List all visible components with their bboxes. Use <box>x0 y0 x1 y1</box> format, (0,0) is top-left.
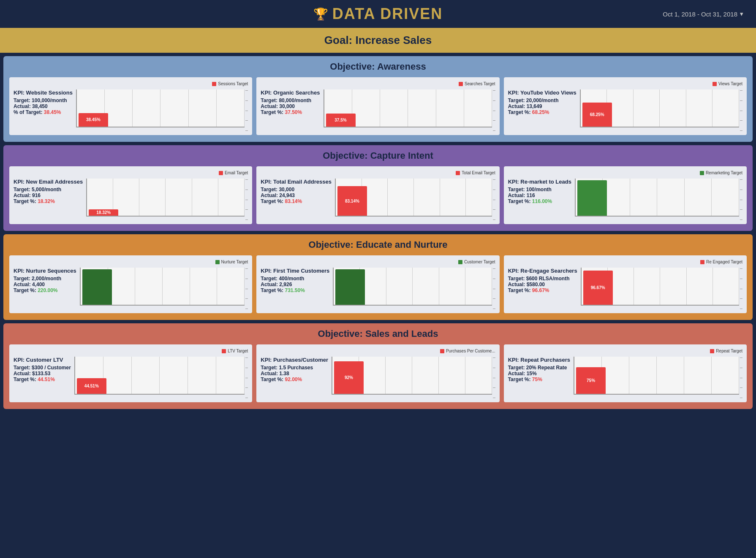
kpi-target: Target: 20,000/month <box>508 98 577 103</box>
kpi-info: KPI: Customer LTVTarget: $300 / Customer… <box>14 357 71 399</box>
goal-text: Goal: Increase Sales <box>324 34 432 46</box>
tick-line <box>740 219 742 220</box>
bar-label: 18.32% <box>96 210 111 215</box>
bar-chart: 68.25% <box>580 89 739 127</box>
legend-label: Searches Target <box>465 81 495 86</box>
legend-label: Purchases Per Custome... <box>446 349 495 353</box>
legend-dot <box>710 349 714 353</box>
tick-line <box>740 387 742 388</box>
bar: 68.25% <box>582 103 612 127</box>
objective-title-awareness: Objective: Awareness <box>9 61 747 72</box>
kpi-info: KPI: Website SessionsTarget: 100,000/mon… <box>14 89 73 132</box>
kpi-target: Target: 400/month <box>261 276 329 282</box>
bar-label: 83.14% <box>345 199 359 203</box>
bar-chart <box>80 268 245 306</box>
objective-section-capture: Objective: Capture IntentEmail TargetKPI… <box>3 145 753 231</box>
tick-line <box>245 387 248 388</box>
kpi-card-inner: KPI: YouTube Video ViewsTarget: 20,000/m… <box>508 89 742 132</box>
bar: 44.51% <box>77 378 106 394</box>
kpi-info: KPI: Repeat PurchasersTarget: 20% Repeat… <box>508 357 570 399</box>
kpi-actual: Actual: 13,649 <box>508 103 577 109</box>
chart-ticks <box>493 89 495 132</box>
goal-banner: Goal: Increase Sales <box>0 28 756 53</box>
kpi-title: KPI: Re-market to Leads <box>508 179 571 185</box>
kpi-target: Target: 20% Repeat Rate <box>508 365 570 371</box>
chart-container <box>575 179 742 221</box>
bar-label: 96.67% <box>591 285 605 290</box>
kpi-actual: Actual: 24,943 <box>261 192 332 198</box>
kpi-card-inner: KPI: New Email AddressesTarget: 5,000/mo… <box>14 179 248 221</box>
bar-label: 44.51% <box>84 384 99 388</box>
kpi-info: KPI: Nurture SequencesTarget: 2,000/mont… <box>14 268 76 310</box>
kpi-percent: Target %: 68.25% <box>508 109 577 115</box>
objective-section-awareness: Objective: AwarenessSessions TargetKPI: … <box>3 56 753 142</box>
chart-container: 92% <box>332 357 495 399</box>
chart-container: 38.45% <box>76 89 248 132</box>
pct-value: 731.50% <box>285 287 305 293</box>
date-range[interactable]: Oct 1, 2018 - Oct 31, 2018 ▾ <box>663 10 743 18</box>
legend-label: Re Engaged Target <box>706 260 742 264</box>
chart-legend: Remarketing Target <box>508 171 742 175</box>
kpi-card-sales-0: LTV TargetKPI: Customer LTVTarget: $300 … <box>9 344 252 402</box>
kpi-info: KPI: Organic SearchesTarget: 80,000/mont… <box>261 89 320 132</box>
kpi-title: KPI: Nurture Sequences <box>14 268 76 274</box>
kpi-card-inner: KPI: Repeat PurchasersTarget: 20% Repeat… <box>508 357 742 399</box>
logo: 🏆 DATA DRIVEN <box>313 5 443 23</box>
chart-wrapper: 44.51% <box>74 357 248 399</box>
chart-container: 44.51% <box>74 357 248 399</box>
legend-label: Email Target <box>225 171 248 175</box>
bar: 38.45% <box>79 113 108 127</box>
legend-label: LTV Target <box>228 349 248 353</box>
legend-dot <box>459 82 463 86</box>
bar: 18.32% <box>89 209 118 216</box>
objective-title-sales: Objective: Sales and Leads <box>9 328 747 339</box>
kpi-percent: Target %: 116.00% <box>508 198 571 204</box>
tick-line <box>245 111 248 111</box>
tick-line <box>493 358 495 358</box>
tick-line <box>245 179 248 180</box>
tick-line <box>245 100 248 101</box>
bar-chart: 37.5% <box>324 89 492 127</box>
chart-ticks <box>493 357 495 399</box>
chart-ticks <box>245 89 248 132</box>
tick-line <box>740 268 742 269</box>
tick-line <box>245 368 248 368</box>
tick-line <box>740 289 742 289</box>
kpi-target: Target: 1.5 Purchases <box>261 365 328 371</box>
tick-line <box>493 209 495 210</box>
tick-line <box>740 120 742 121</box>
chart-ticks <box>245 268 248 310</box>
bar <box>82 269 112 305</box>
tick-line <box>245 90 248 91</box>
legend-label: Nurture Target <box>221 260 248 264</box>
kpi-card-inner: KPI: Customer LTVTarget: $300 / Customer… <box>14 357 248 399</box>
kpi-card-inner: KPI: Nurture SequencesTarget: 2,000/mont… <box>14 268 248 310</box>
legend-dot <box>458 260 462 264</box>
kpi-target: Target: 5,000/month <box>14 187 83 192</box>
kpi-actual: Actual: 2,926 <box>261 282 329 287</box>
legend-label: Remarketing Target <box>706 171 742 175</box>
kpi-percent: Target %: 731.50% <box>261 287 329 293</box>
kpi-card-educate-0: Nurture TargetKPI: Nurture SequencesTarg… <box>9 255 252 313</box>
legend-dot <box>212 82 216 86</box>
tick-line <box>493 268 495 269</box>
kpi-card-sales-1: Purchases Per Custome...KPI: Purchases/C… <box>256 344 499 402</box>
tick-line <box>493 368 495 368</box>
kpi-card-inner: KPI: First Time CustomersTarget: 400/mon… <box>261 268 495 310</box>
bar <box>335 269 365 305</box>
date-range-dropdown-icon[interactable]: ▾ <box>740 10 743 18</box>
objective-section-educate: Objective: Educate and NurtureNurture Ta… <box>3 234 753 320</box>
kpi-actual: Actual: $133.53 <box>14 371 71 377</box>
chart-legend: Repeat Target <box>508 349 742 353</box>
chart-wrapper <box>80 268 248 310</box>
kpi-percent: Target %: 37.50% <box>261 109 320 115</box>
bar: 83.14% <box>337 186 367 216</box>
pct-value: 18.32% <box>38 198 55 204</box>
kpi-info: KPI: Re-market to LeadsTarget: 100/month… <box>508 179 571 221</box>
chart-container <box>333 268 495 310</box>
chart-legend: Nurture Target <box>14 260 248 264</box>
pct-value: 37.50% <box>285 109 302 115</box>
tick-line <box>245 289 248 289</box>
kpi-target: Target: 100/month <box>508 187 571 192</box>
kpi-card-educate-1: Customer TargetKPI: First Time Customers… <box>256 255 499 313</box>
